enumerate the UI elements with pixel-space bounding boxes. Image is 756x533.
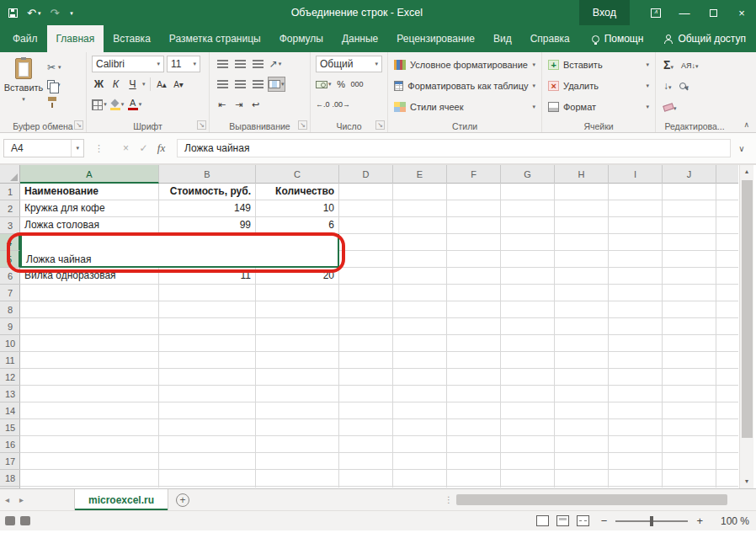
fill-button[interactable]: ↓▾ [663, 81, 672, 91]
column-header-F[interactable]: F [447, 165, 501, 184]
row-header-6[interactable]: 6 [0, 268, 20, 285]
ribbon-display-options-button[interactable] [642, 0, 670, 25]
font-size-select[interactable]: 11▾ [167, 56, 200, 72]
minimize-button[interactable]: — [670, 0, 699, 25]
scroll-down-icon[interactable]: ▾ [745, 475, 748, 488]
row-header-12[interactable]: 12 [0, 369, 20, 386]
align-left-button[interactable] [215, 77, 230, 92]
clear-button[interactable]: ▾ [663, 102, 677, 112]
maximize-button[interactable] [699, 0, 727, 25]
format-painter-button[interactable] [47, 96, 61, 109]
paste-button[interactable]: Вставить ▾ [2, 54, 45, 119]
cell-B1[interactable]: Стоимость, руб. [159, 184, 255, 200]
accounting-format-button[interactable]: ▾ [316, 77, 332, 92]
merged-cell-A4[interactable]: Ложка чайная [20, 234, 339, 268]
row-header-14[interactable]: 14 [0, 402, 20, 419]
tab-page-layout[interactable]: Разметка страницы [160, 25, 270, 52]
increase-indent-button[interactable]: ⇥ [232, 97, 246, 112]
row-header-8[interactable]: 8 [0, 301, 20, 318]
row-header-18[interactable]: 18 [0, 470, 20, 487]
column-header-E[interactable]: E [393, 165, 447, 184]
format-cells-button[interactable]: Формат▾ [544, 96, 653, 117]
scrollbar-splitter-icon[interactable]: ⋮ [445, 494, 453, 505]
number-format-select[interactable]: Общий▾ [316, 56, 382, 72]
cell-A1[interactable]: Наименование [20, 184, 158, 200]
italic-button[interactable]: К [109, 77, 123, 92]
column-header-B[interactable]: B [159, 165, 256, 184]
tab-view[interactable]: Вид [484, 25, 521, 52]
row-header-1[interactable]: 1 [0, 184, 20, 200]
cell-B3[interactable]: 99 [159, 217, 255, 233]
decrease-indent-button[interactable]: ⇤ [215, 97, 229, 112]
dialog-launcher-icon[interactable]: ↘ [74, 120, 83, 130]
align-middle-button[interactable] [232, 56, 248, 72]
font-color-button[interactable]: А▾ [127, 97, 142, 112]
shrink-font-button[interactable]: А▾ [172, 77, 186, 92]
delete-cells-button[interactable]: ×Удалить▾ [544, 75, 653, 96]
cell-A2[interactable]: Кружка для кофе [20, 200, 158, 216]
sort-filter-button[interactable]: АЯ↓▾ [681, 60, 699, 70]
row-header-10[interactable]: 10 [0, 335, 20, 352]
normal-view-button[interactable] [536, 515, 549, 526]
vertical-scrollbar[interactable]: ▴ ▾ [739, 165, 753, 488]
increase-decimal-button[interactable]: ←.0 [316, 100, 330, 109]
align-top-button[interactable] [215, 56, 230, 72]
horizontal-scroll-thumb[interactable] [456, 494, 727, 505]
tab-file[interactable]: Файл [3, 25, 47, 52]
tab-data[interactable]: Данные [333, 25, 387, 52]
formula-input[interactable]: Ложка чайная [177, 139, 731, 157]
align-bottom-button[interactable] [250, 56, 265, 72]
column-header-I[interactable]: I [609, 165, 663, 184]
next-sheet-button[interactable]: ▸ [14, 489, 29, 510]
customize-qat-button[interactable]: ▾ [68, 10, 73, 16]
close-button[interactable]: × [727, 0, 756, 25]
underline-button[interactable]: Ч [125, 77, 140, 92]
page-layout-view-button[interactable] [556, 515, 569, 526]
cell-C2[interactable]: 10 [256, 200, 338, 216]
wrap-text-button[interactable]: ↩ [248, 97, 263, 112]
insert-cells-button[interactable]: +Вставить▾ [544, 54, 653, 75]
row-header-3[interactable]: 3 [0, 217, 20, 234]
name-box[interactable]: A4 ▾ [3, 139, 84, 157]
align-right-button[interactable] [250, 77, 265, 92]
percent-style-button[interactable]: % [334, 77, 349, 92]
expand-formula-bar-button[interactable]: ∨ [731, 144, 753, 153]
comma-style-button[interactable]: 000 [351, 80, 364, 88]
redo-button[interactable]: ↷ [50, 8, 59, 19]
column-header-D[interactable]: D [339, 165, 393, 184]
status-bar-icon-2[interactable] [20, 516, 30, 525]
row-header-11[interactable]: 11 [0, 352, 20, 369]
scroll-up-icon[interactable]: ▴ [745, 165, 748, 179]
undo-button[interactable]: ↶▾ [27, 8, 40, 19]
align-center-button[interactable] [232, 77, 248, 92]
vertical-scroll-thumb[interactable] [742, 180, 753, 438]
zoom-level[interactable]: 100 % [716, 515, 749, 527]
row-header-9[interactable]: 9 [0, 318, 20, 335]
cell-C6[interactable]: 20 [256, 268, 338, 284]
insert-function-button[interactable]: fx [152, 141, 170, 155]
zoom-in-button[interactable]: + [696, 514, 703, 527]
chevron-down-icon[interactable]: ▾ [71, 140, 83, 157]
horizontal-scrollbar[interactable]: ⋮ [445, 494, 734, 505]
share-button[interactable]: Общий доступ [663, 33, 746, 45]
cell-styles-button[interactable]: Стили ячеек▾ [390, 96, 540, 117]
cell-B6[interactable]: 11 [159, 268, 255, 284]
find-select-button[interactable]: ▾ [679, 81, 689, 91]
new-sheet-button[interactable]: + [168, 489, 197, 510]
save-button[interactable] [8, 8, 18, 18]
enter-button[interactable]: ✓ [135, 142, 152, 154]
decrease-decimal-button[interactable]: .00→ [333, 100, 351, 109]
grid-body[interactable]: НаименованиеСтоимость, руб.КоличествоКру… [20, 184, 738, 488]
tab-home[interactable]: Главная [47, 25, 104, 52]
zoom-out-button[interactable]: − [601, 514, 608, 527]
cut-button[interactable]: ✂▾ [47, 61, 61, 73]
bold-button[interactable]: Ж [92, 77, 106, 92]
conditional-formatting-button[interactable]: Условное форматирование▾ [390, 54, 540, 75]
dialog-launcher-icon[interactable]: ↘ [197, 120, 206, 130]
cell-B2[interactable]: 149 [159, 200, 255, 216]
page-break-view-button[interactable] [577, 515, 589, 526]
cell-A3[interactable]: Ложка столовая [20, 217, 158, 233]
tab-review[interactable]: Рецензирование [387, 25, 484, 52]
tab-formulas[interactable]: Формулы [270, 25, 333, 52]
prev-sheet-button[interactable]: ◂ [0, 489, 14, 510]
